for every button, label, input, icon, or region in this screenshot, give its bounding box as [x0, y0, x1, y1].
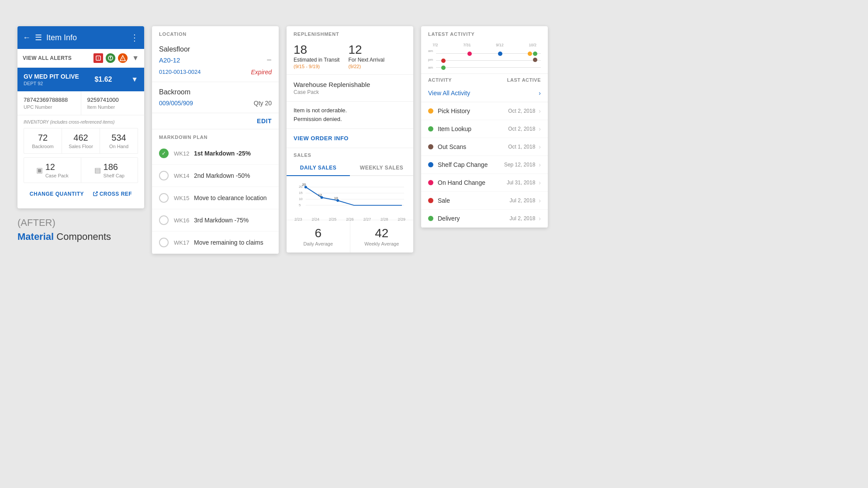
warehouse-title: Warehouse Replenishable [294, 81, 406, 88]
markdown-desc-0: 1st Markdown -25% [194, 150, 251, 157]
back-icon[interactable]: ← [23, 33, 31, 42]
inv-backroom-value: 72 [28, 133, 58, 143]
location-card: LOCATION Salesfloor A20-12 − 0120-0013-0… [152, 26, 279, 254]
rep-stat-transit-label: Estimated in Transit [294, 57, 339, 64]
markdown-desc-1: 2nd Markdown -50% [194, 172, 250, 179]
rep-stat-arrival-sub: (9/22) [348, 64, 384, 69]
chart-label-4: 2/27 [363, 217, 371, 222]
svg-text:12: 12 [318, 193, 322, 197]
alert-icon-green[interactable] [106, 53, 115, 63]
alert-chevron-icon[interactable]: ▼ [132, 54, 139, 62]
activity-date-2: Oct 1, 2018 [508, 144, 535, 150]
weekly-avg-cell: 42 Weekly Average [350, 220, 414, 253]
activity-date-4: Jul 31, 2018 [507, 180, 535, 186]
pm-label: pm [428, 58, 433, 62]
svg-text:!: ! [98, 56, 99, 60]
chart-label-6: 2/29 [398, 217, 405, 222]
markdown-item-0: ✓ WK12 1st Markdown -25% [152, 142, 279, 165]
activity-item-6[interactable]: Delivery Jul 2, 2018 › [421, 210, 548, 228]
tl-dot-pink [467, 52, 472, 56]
inventory-title: INVENTORY (includes cross-referenced ite… [24, 120, 138, 125]
product-chevron-icon: ▼ [131, 76, 138, 83]
item-number-cell: 9259741000 Item Number [81, 91, 145, 115]
activity-dot-4 [428, 180, 433, 185]
activity-item-0[interactable]: Pick History Oct 2, 2018 › [421, 102, 548, 120]
activity-name-0: Pick History [438, 107, 508, 114]
tl-date-3: 10/2 [529, 43, 536, 47]
menu-icon[interactable]: ☰ [35, 33, 42, 42]
backroom-title: Backroom [159, 88, 272, 96]
chart-label-2: 2/25 [329, 217, 337, 222]
inventory-grid: 72 Backroom 462 Sales Floor 534 On Hand [24, 128, 138, 154]
tl-dot-green-delivery [441, 66, 446, 70]
markdown-item-2[interactable]: WK15 Move to clearance location [152, 187, 279, 209]
upc-cell: 78742369788888 UPC Number [17, 91, 81, 115]
material-word: Material [17, 231, 54, 242]
alert-icon-red[interactable]: ! [93, 53, 103, 63]
tl-dot-yellow [528, 52, 532, 56]
inv-sales-floor: 462 Sales Floor [62, 128, 100, 153]
activity-chevron-3: › [539, 161, 541, 168]
activity-chevron-1: › [539, 125, 541, 132]
activity-card: LATEST ACTIVITY 7/2 7/31 9/12 10/2 am pm… [421, 26, 548, 228]
rep-stat-transit-number: 18 [294, 43, 339, 57]
after-section: (AFTER) Material Components [17, 208, 144, 242]
salesfloor-code[interactable]: A20-12 [159, 56, 180, 64]
activity-item-5[interactable]: Sale Jul 2, 2018 › [421, 192, 548, 210]
view-order-button[interactable]: VIEW ORDER INFO [287, 129, 413, 148]
shelf-cap-icon: ▤ [94, 166, 101, 174]
rep-stat-arrival-label: For Next Arrival [348, 57, 384, 64]
warehouse-subtitle: Case Pack [294, 89, 406, 95]
tab-weekly-sales[interactable]: WEEKLY SALES [350, 160, 413, 175]
daily-avg-number: 6 [293, 226, 344, 240]
markdown-check-4 [159, 238, 169, 247]
daily-avg-cell: 6 Daily Average [287, 220, 350, 253]
change-quantity-button[interactable]: CHANGE QUANTITY [26, 188, 87, 200]
rep-info-section: Warehouse Replenishable Case Pack [287, 75, 413, 102]
activity-name-4: On Hand Change [438, 179, 507, 186]
activity-date-5: Jul 2, 2018 [510, 197, 536, 204]
page-wrapper: ← ☰ Item Info ⋮ VIEW ALL ALERTS ! ! [17, 26, 548, 254]
product-row[interactable]: GV MED PIT OLIVE DEPT 92 $1.62 ▼ [17, 68, 144, 91]
activity-item-4[interactable]: On Hand Change Jul 31, 2018 › [421, 174, 548, 192]
alert-icons: ! ! ▼ [93, 53, 139, 63]
alerts-row: VIEW ALL ALERTS ! ! ▼ [17, 49, 144, 68]
activity-item-3[interactable]: Shelf Cap Change Sep 12, 2018 › [421, 156, 548, 174]
cross-ref-button[interactable]: CROSS REF [89, 188, 136, 200]
backroom-qty: Qty 20 [254, 100, 272, 107]
product-info: GV MED PIT OLIVE DEPT 92 [24, 73, 79, 86]
markdown-check-3 [159, 215, 169, 225]
activity-item-2[interactable]: Out Scans Oct 1, 2018 › [421, 138, 548, 156]
backroom-code[interactable]: 009/005/909 [159, 100, 193, 107]
daily-avg-label: Daily Average [293, 241, 344, 246]
markdown-item-3[interactable]: WK16 3rd Markdown -75% [152, 209, 279, 232]
edit-button[interactable]: EDIT [257, 118, 272, 125]
activity-chevron-4: › [539, 179, 541, 186]
inv-case-pack: ▣ 12 Case Pack [24, 158, 81, 183]
rep-warning-2: Permission denied. [294, 115, 406, 124]
upc-label: UPC Number [24, 104, 75, 110]
upc-row: 78742369788888 UPC Number 9259741000 Ite… [17, 91, 144, 115]
svg-text:15: 15 [299, 191, 303, 195]
more-options-icon[interactable]: ⋮ [130, 32, 139, 43]
markdown-item-4[interactable]: WK17 Move remaining to claims [152, 232, 279, 254]
edit-section: EDIT [152, 113, 279, 129]
product-dept: DEPT 92 [24, 81, 79, 86]
timeline-line-am [436, 53, 541, 54]
view-all-activity-row[interactable]: View All Activity › [421, 84, 548, 102]
chart-label-3: 2/26 [346, 217, 354, 222]
rep-stat-transit: 18 Estimated in Transit (9/15 - 9/19) [294, 43, 339, 69]
activity-date-3: Sep 12, 2018 [504, 162, 535, 168]
salesfloor-sub: A20-12 − [159, 55, 272, 65]
markdown-item-1[interactable]: WK14 2nd Markdown -50% [152, 165, 279, 187]
salesfloor-item: Salesfloor A20-12 − 0120-0013-0024 Expir… [152, 39, 279, 82]
label-status: Expired [251, 69, 272, 76]
salesfloor-collapse-icon[interactable]: − [266, 55, 272, 65]
inv-case-pack-value: 12 [45, 162, 69, 172]
rep-stat-arrival-number: 12 [348, 43, 384, 57]
timeline-visual: am pm am [428, 48, 541, 70]
svg-rect-4 [110, 59, 111, 60]
alert-icon-orange[interactable]: ! [118, 53, 128, 63]
tab-daily-sales[interactable]: DAILY SALES [287, 160, 350, 176]
activity-item-1[interactable]: Item Lookup Oct 2, 2018 › [421, 120, 548, 138]
